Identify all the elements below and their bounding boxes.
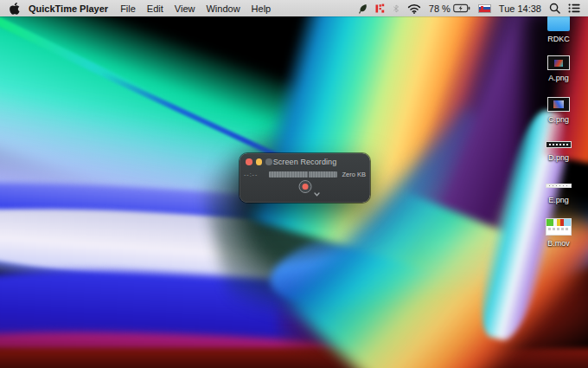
chevron-down-icon[interactable] [314, 184, 320, 200]
recording-timer: --:-- [244, 171, 265, 178]
menu-edit[interactable]: Edit [147, 3, 163, 14]
image-thumbnail [547, 97, 570, 112]
folder-icon [547, 16, 570, 31]
bluetooth-icon[interactable] [393, 2, 399, 16]
wifi-icon[interactable] [407, 2, 421, 16]
herb-icon[interactable] [358, 2, 368, 16]
desktop-icon-label: RDKC [547, 35, 570, 43]
movie-thumbnail [546, 218, 572, 236]
menu-bar-status-area: 78 % Tue 14:38 [358, 2, 588, 16]
menu-help[interactable]: Help [252, 3, 272, 14]
notification-center-icon[interactable] [568, 2, 580, 16]
record-button[interactable] [298, 180, 311, 193]
apple-menu-icon[interactable] [9, 3, 20, 15]
menu-window[interactable]: Window [206, 3, 240, 14]
desktop-icon-b-mov[interactable]: B.mov [533, 218, 585, 248]
record-icon [302, 184, 308, 190]
active-app-menu[interactable]: QuickTime Player [29, 3, 108, 14]
desktop-icon-rdkc[interactable]: RDKC [533, 16, 585, 43]
menu-view[interactable]: View [175, 3, 195, 14]
desktop-icon-d-png[interactable]: D.png [533, 141, 585, 162]
input-source-icon[interactable] [375, 2, 385, 16]
macos-desktop: QuickTime Player File Edit View Window H… [0, 0, 588, 368]
image-thumbnail [547, 55, 570, 70]
desktop-icon-label: B.mov [547, 239, 570, 248]
image-thumbnail [546, 184, 572, 188]
battery-status[interactable]: 78 % [429, 3, 470, 14]
desktop-icon-e-png[interactable]: E.png [533, 184, 585, 204]
image-thumbnail [546, 141, 572, 148]
slovak-flag-icon[interactable] [478, 4, 491, 13]
battery-percent-label: 78 % [429, 3, 451, 14]
desktop-icon-a-png[interactable]: A.png [533, 55, 585, 82]
battery-charging-icon [453, 3, 470, 13]
window-title: Screen Recording [240, 158, 370, 166]
desktop-icon-label: E.png [548, 196, 569, 204]
desktop-icon-c-png[interactable]: C.png [533, 97, 585, 124]
menu-bar: QuickTime Player File Edit View Window H… [0, 0, 588, 16]
menu-bar-left: QuickTime Player File Edit View Window H… [0, 3, 282, 15]
menu-file[interactable]: File [120, 3, 136, 14]
desktop-icon-label: C.png [548, 115, 569, 124]
menu-bar-clock[interactable]: Tue 14:38 [499, 3, 541, 14]
screen-recording-window[interactable]: Screen Recording --:-- Zero KB [240, 153, 370, 203]
audio-level-meter [269, 171, 337, 178]
recording-controls [240, 179, 370, 195]
desktop-icon-label: A.png [548, 74, 569, 82]
recording-status-row: --:-- Zero KB [244, 170, 366, 178]
recording-file-size: Zero KB [342, 171, 366, 178]
desktop-icon-label: D.png [548, 153, 569, 162]
spotlight-icon[interactable] [549, 2, 560, 16]
